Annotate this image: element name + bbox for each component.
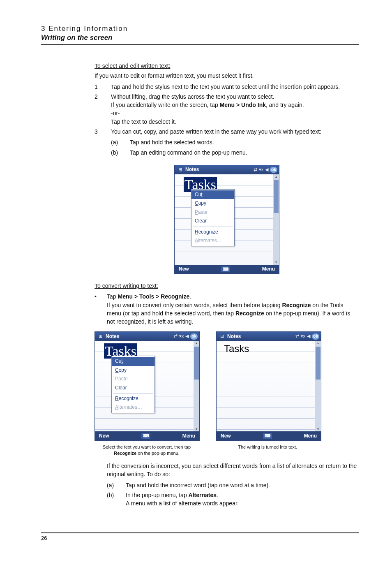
conv-post: . <box>189 293 191 300</box>
alternates-bold: Alternates <box>189 492 217 498</box>
step-2-or: -or- <box>111 109 359 117</box>
menu-item-copy[interactable]: Copy <box>112 366 154 375</box>
start-flag-icon: ⊞ <box>97 333 104 340</box>
scroll-down-icon[interactable]: ▾ <box>196 427 197 432</box>
connectivity-icon: ⇄ <box>254 167 257 173</box>
new-button[interactable]: New <box>179 266 189 273</box>
app-footer: New ⌨ Menu <box>175 265 279 274</box>
step-3-block: You can cut, copy, and paste written tex… <box>111 127 359 159</box>
vertical-scrollbar[interactable]: ▴ ▾ <box>273 174 279 265</box>
context-menu-separator <box>113 393 153 394</box>
scroll-down-icon[interactable]: ▾ <box>275 260 277 265</box>
context-menu: Cut Copy Paste Clear Recognize Alternate… <box>111 356 155 413</box>
menu-item-copy[interactable]: Copy <box>191 199 234 208</box>
page-footer: 26 <box>41 532 359 541</box>
menu-item-alternates: Alternates… <box>191 236 234 245</box>
menu-item-cut[interactable]: Cut <box>112 357 154 366</box>
start-flag-icon: ⊞ <box>176 167 184 173</box>
step-2-line4: Tap the text to deselect it. <box>111 118 359 126</box>
conv-para-pre: If you want to convert only certain word… <box>107 302 282 308</box>
signal-icon: ▾x <box>259 167 264 173</box>
volume-icon: ◀ <box>185 333 189 340</box>
conv-pre: Tap <box>107 293 118 300</box>
convert-instruction: Tap Menu > Tools > Recognize. <box>107 292 359 301</box>
afterfig-a-label: (a) <box>107 481 122 489</box>
new-button[interactable]: New <box>221 433 231 440</box>
connectivity-icon: ⇄ <box>174 333 178 340</box>
step-number-3: 3 <box>95 127 107 159</box>
step-3b-text: Tap an editing command on the pop-up men… <box>130 148 359 157</box>
app-titlebar: ⊞ Notes ⇄ ▾x ◀ ok <box>217 332 321 341</box>
caption-left: Select the text you want to convert, the… <box>95 444 199 456</box>
menu-item-recognize[interactable]: Recognize <box>191 228 234 236</box>
ok-button[interactable]: ok <box>190 333 198 340</box>
scroll-thumb[interactable] <box>316 347 321 380</box>
step-3b-label: (b) <box>111 148 126 157</box>
cap1-post: on the pop-up menu. <box>136 451 180 456</box>
step-1-text: Tap and hold the stylus next to the text… <box>111 83 359 91</box>
subsection-convert: To convert writing to text: <box>95 282 359 290</box>
keyboard-icon[interactable]: ⌨ <box>141 433 150 439</box>
scroll-down-icon[interactable]: ▾ <box>317 427 319 432</box>
step-3a-label: (a) <box>111 138 126 146</box>
screenshot-after-recognize: ⊞ Notes ⇄ ▾x ◀ ok Tasks ▴ ▾ <box>216 331 321 441</box>
signal-icon: ▾x <box>179 333 184 340</box>
keyboard-icon[interactable]: ⌨ <box>263 433 272 439</box>
step-number-1: 1 <box>95 83 107 91</box>
step-3-text: You can cut, copy, and paste written tex… <box>111 127 359 136</box>
menu-item-cut[interactable]: Cut <box>191 190 234 199</box>
converted-text: Tasks <box>224 342 249 356</box>
scroll-up-icon[interactable]: ▴ <box>317 341 319 346</box>
menu-button[interactable]: Menu <box>182 433 195 440</box>
scroll-up-icon[interactable]: ▴ <box>275 174 277 179</box>
vertical-scrollbar[interactable]: ▴ ▾ <box>194 341 199 431</box>
menu-button[interactable]: Menu <box>304 433 317 440</box>
step-2-line2-pre: If you accidentally write on the screen,… <box>111 102 220 108</box>
subsection-select-edit: To select and edit written text: <box>95 62 359 70</box>
afterfig-b-block: In the pop-up menu, tap Alternates. A me… <box>126 491 359 508</box>
step-2-block: Without lifting, drag the stylus across … <box>111 93 359 126</box>
recognize-bold-2: Recognize <box>235 310 264 317</box>
start-flag-icon: ⊞ <box>218 333 226 340</box>
step-2-line1: Without lifting, drag the stylus across … <box>111 93 359 101</box>
chapter-title: 3 Entering Information <box>41 25 359 33</box>
scroll-thumb[interactable] <box>194 347 199 380</box>
app-title: Notes <box>227 333 241 340</box>
keyboard-icon[interactable]: ⌨ <box>221 266 230 273</box>
afterfig-intro: If the conversion is incorrect, you can … <box>107 462 359 479</box>
menu-item-paste: Paste <box>112 375 154 383</box>
new-button[interactable]: New <box>99 433 109 440</box>
page-header: 3 Entering Information Writing on the sc… <box>41 25 359 45</box>
step-2-line2: If you accidentally write on the screen,… <box>111 101 359 109</box>
menu-item-alternates: Alternates… <box>112 403 154 412</box>
app-footer: New ⌨ Menu <box>95 431 199 440</box>
signal-icon: ▾x <box>301 333 306 340</box>
vertical-scrollbar[interactable]: ▴ ▾ <box>315 341 321 431</box>
step-3a-text: Tap and hold the selected words. <box>130 138 359 146</box>
volume-icon: ◀ <box>307 333 310 340</box>
convert-block: Tap Menu > Tools > Recognize. If you wan… <box>107 292 359 326</box>
step-number-2: 2 <box>95 93 107 126</box>
main-content: To select and edit written text: If you … <box>95 62 359 508</box>
app-title: Notes <box>185 166 199 173</box>
afterfig-a-text: Tap and hold the incorrect word (tap one… <box>126 481 359 489</box>
cap1-pre: Select the text you want to convert, the… <box>103 444 191 449</box>
context-menu: Cut Copy Paste Clear Recognize Alternate… <box>191 189 235 246</box>
menu-item-clear[interactable]: Clear <box>112 384 154 392</box>
menu-path-undo-ink: Menu > Undo Ink <box>220 102 266 108</box>
intro-text: If you want to edit or format written te… <box>95 72 359 80</box>
menu-item-clear[interactable]: Clear <box>191 217 234 225</box>
scroll-thumb[interactable] <box>274 180 279 213</box>
scroll-up-icon[interactable]: ▴ <box>196 341 197 346</box>
ok-button[interactable]: ok <box>270 167 277 173</box>
afterfig-b-instruction: In the pop-up menu, tap Alternates. <box>126 491 359 499</box>
screenshot-edit-menu: ⊞ Notes ⇄ ▾x ◀ ok Tasks Cut Copy <box>174 165 279 274</box>
app-title: Notes <box>106 333 119 340</box>
context-menu-separator <box>193 227 233 227</box>
recognize-bold-1: Recognize <box>282 302 311 308</box>
step-2-line2-post: , and try again. <box>266 102 304 108</box>
menu-button[interactable]: Menu <box>262 266 275 273</box>
ok-button[interactable]: ok <box>312 333 319 340</box>
menu-item-recognize[interactable]: Recognize <box>112 394 154 403</box>
menu-item-paste: Paste <box>191 208 234 217</box>
